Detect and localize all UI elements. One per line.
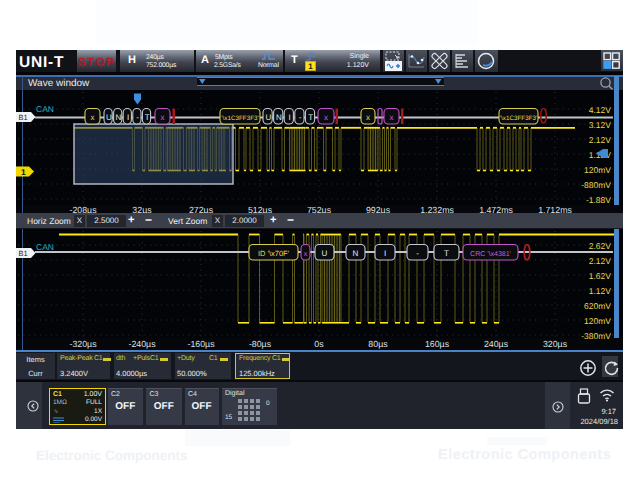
svg-text:N: N <box>353 249 359 258</box>
svg-text:x: x <box>161 113 165 122</box>
svg-text:T: T <box>308 113 313 122</box>
svg-text:B1: B1 <box>19 249 28 258</box>
svg-text:1: 1 <box>21 167 26 177</box>
svg-text:N: N <box>276 113 282 122</box>
svg-text:-: - <box>299 113 302 122</box>
svg-text:U: U <box>106 113 112 122</box>
svg-text:x: x <box>366 113 370 122</box>
svg-text:I: I <box>384 249 386 258</box>
svg-text:U: U <box>322 249 328 258</box>
svg-text:-: - <box>136 113 139 122</box>
svg-text:x: x <box>304 251 308 258</box>
svg-text:-: - <box>416 249 419 258</box>
svg-text:T: T <box>444 249 449 258</box>
svg-text:CRC '\x4381': CRC '\x4381' <box>470 250 511 258</box>
svg-text:'\x1C3FF3F3': '\x1C3FF3F3' <box>221 115 258 122</box>
svg-text:x: x <box>324 113 328 122</box>
svg-text:x: x <box>91 113 95 122</box>
svg-text:T: T <box>145 113 150 122</box>
svg-text:U: U <box>265 113 271 122</box>
svg-text:'\x1C3FF3F3': '\x1C3FF3F3' <box>500 115 537 122</box>
svg-text:B1: B1 <box>19 113 28 122</box>
svg-text:I: I <box>288 113 290 122</box>
svg-text:I: I <box>127 113 129 122</box>
svg-text:ID '\x70F': ID '\x70F' <box>258 249 290 258</box>
svg-text:N: N <box>116 113 122 122</box>
svg-text:x: x <box>390 113 394 122</box>
